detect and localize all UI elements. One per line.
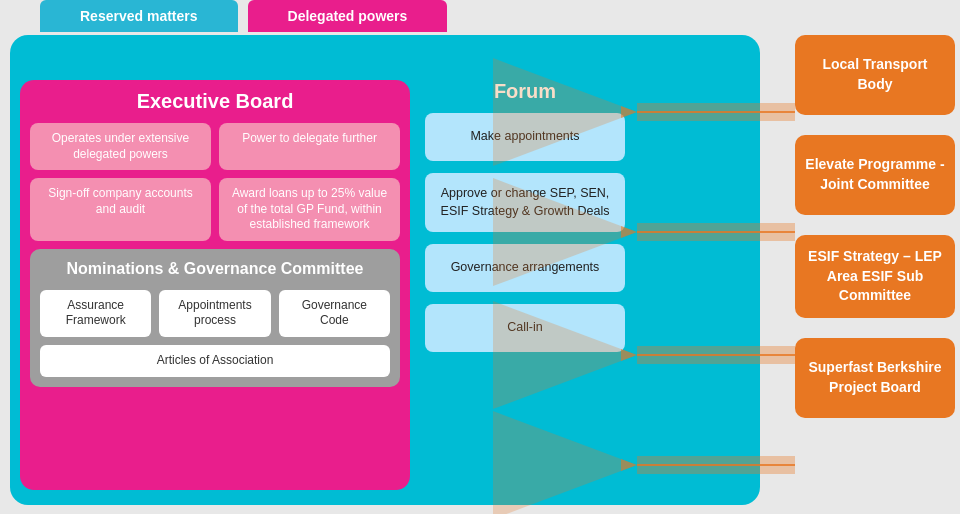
tab-reserved[interactable]: Reserved matters [40,0,238,32]
board-box-signoff: Sign-off company accounts and audit [30,178,211,241]
right-boxes: Local Transport Body Elevate Programme -… [795,35,955,438]
forum-box-appointments: Make appointments [425,113,625,161]
top-tabs: Reserved matters Delegated powers [40,0,447,32]
nom-box-articles: Articles of Association [40,345,390,377]
forum-box-callin: Call-in [425,304,625,352]
board-box-operates: Operates under extensive delegated power… [30,123,211,170]
nominations-boxes: Assurance Framework Appointments process… [40,290,390,377]
forum-title: Forum [425,80,625,103]
tab-delegated[interactable]: Delegated powers [248,0,448,32]
pink-boxes-row1: Operates under extensive delegated power… [30,123,400,170]
board-area: Executive Board Operates under extensive… [20,80,410,490]
board-title: Executive Board [30,90,400,113]
orange-box-transport: Local Transport Body [795,35,955,115]
forum-box-approve: Approve or change SEP, SEN, ESIF Strateg… [425,173,625,232]
nom-box-assurance: Assurance Framework [40,290,151,337]
nom-box-appointments: Appointments process [159,290,270,337]
orange-box-esif: ESIF Strategy – LEP Area ESIF Sub Commit… [795,235,955,318]
board-box-power-delegate: Power to delegate further [219,123,400,170]
nominations-title: Nominations & Governance Committee [40,259,390,280]
nominations-area: Nominations & Governance Committee Assur… [30,249,400,387]
pink-boxes-row2: Sign-off company accounts and audit Awar… [30,178,400,241]
orange-box-superfast: Superfast Berkshire Project Board [795,338,955,418]
main-container: Executive Board Operates under extensive… [10,35,760,505]
forum-box-governance: Governance arrangements [425,244,625,292]
board-box-award-loans: Award loans up to 25% value of the total… [219,178,400,241]
orange-box-elevate: Elevate Programme - Joint Committee [795,135,955,215]
nom-box-governance-code: Governance Code [279,290,390,337]
forum-area: Forum Make appointments Approve or chang… [425,80,625,364]
